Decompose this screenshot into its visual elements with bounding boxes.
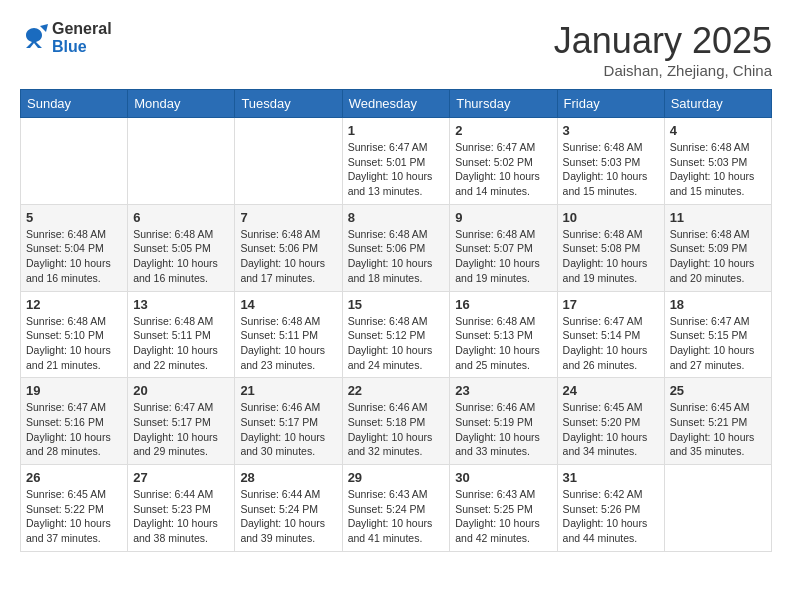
calendar-cell: 21Sunrise: 6:46 AM Sunset: 5:17 PM Dayli… xyxy=(235,378,342,465)
day-info: Sunrise: 6:47 AM Sunset: 5:16 PM Dayligh… xyxy=(26,400,122,459)
day-number: 25 xyxy=(670,383,766,398)
calendar-cell: 25Sunrise: 6:45 AM Sunset: 5:21 PM Dayli… xyxy=(664,378,771,465)
calendar-cell: 15Sunrise: 6:48 AM Sunset: 5:12 PM Dayli… xyxy=(342,291,450,378)
day-info: Sunrise: 6:48 AM Sunset: 5:09 PM Dayligh… xyxy=(670,227,766,286)
weekday-header-friday: Friday xyxy=(557,90,664,118)
title-block: January 2025 Daishan, Zhejiang, China xyxy=(554,20,772,79)
calendar-cell: 19Sunrise: 6:47 AM Sunset: 5:16 PM Dayli… xyxy=(21,378,128,465)
calendar-cell: 18Sunrise: 6:47 AM Sunset: 5:15 PM Dayli… xyxy=(664,291,771,378)
calendar-cell: 5Sunrise: 6:48 AM Sunset: 5:04 PM Daylig… xyxy=(21,204,128,291)
day-info: Sunrise: 6:48 AM Sunset: 5:10 PM Dayligh… xyxy=(26,314,122,373)
day-info: Sunrise: 6:48 AM Sunset: 5:06 PM Dayligh… xyxy=(240,227,336,286)
day-info: Sunrise: 6:46 AM Sunset: 5:18 PM Dayligh… xyxy=(348,400,445,459)
calendar-cell: 12Sunrise: 6:48 AM Sunset: 5:10 PM Dayli… xyxy=(21,291,128,378)
day-info: Sunrise: 6:48 AM Sunset: 5:06 PM Dayligh… xyxy=(348,227,445,286)
day-info: Sunrise: 6:42 AM Sunset: 5:26 PM Dayligh… xyxy=(563,487,659,546)
day-number: 26 xyxy=(26,470,122,485)
weekday-header-tuesday: Tuesday xyxy=(235,90,342,118)
day-number: 8 xyxy=(348,210,445,225)
day-number: 23 xyxy=(455,383,551,398)
calendar-week-5: 26Sunrise: 6:45 AM Sunset: 5:22 PM Dayli… xyxy=(21,465,772,552)
logo: GeneralBlue xyxy=(20,20,112,56)
day-number: 18 xyxy=(670,297,766,312)
day-number: 15 xyxy=(348,297,445,312)
day-number: 24 xyxy=(563,383,659,398)
calendar-table: SundayMondayTuesdayWednesdayThursdayFrid… xyxy=(20,89,772,552)
day-info: Sunrise: 6:48 AM Sunset: 5:07 PM Dayligh… xyxy=(455,227,551,286)
day-number: 20 xyxy=(133,383,229,398)
day-info: Sunrise: 6:48 AM Sunset: 5:03 PM Dayligh… xyxy=(563,140,659,199)
calendar-cell: 29Sunrise: 6:43 AM Sunset: 5:24 PM Dayli… xyxy=(342,465,450,552)
day-number: 10 xyxy=(563,210,659,225)
day-info: Sunrise: 6:48 AM Sunset: 5:04 PM Dayligh… xyxy=(26,227,122,286)
weekday-header-thursday: Thursday xyxy=(450,90,557,118)
calendar-cell: 31Sunrise: 6:42 AM Sunset: 5:26 PM Dayli… xyxy=(557,465,664,552)
day-info: Sunrise: 6:43 AM Sunset: 5:25 PM Dayligh… xyxy=(455,487,551,546)
weekday-header-sunday: Sunday xyxy=(21,90,128,118)
day-number: 9 xyxy=(455,210,551,225)
month-title: January 2025 xyxy=(554,20,772,62)
page-header: GeneralBlue January 2025 Daishan, Zhejia… xyxy=(20,20,772,79)
calendar-cell: 4Sunrise: 6:48 AM Sunset: 5:03 PM Daylig… xyxy=(664,118,771,205)
calendar-cell: 7Sunrise: 6:48 AM Sunset: 5:06 PM Daylig… xyxy=(235,204,342,291)
calendar-cell xyxy=(128,118,235,205)
day-info: Sunrise: 6:48 AM Sunset: 5:11 PM Dayligh… xyxy=(240,314,336,373)
calendar-cell: 14Sunrise: 6:48 AM Sunset: 5:11 PM Dayli… xyxy=(235,291,342,378)
day-number: 11 xyxy=(670,210,766,225)
day-number: 21 xyxy=(240,383,336,398)
calendar-cell xyxy=(664,465,771,552)
calendar-cell: 13Sunrise: 6:48 AM Sunset: 5:11 PM Dayli… xyxy=(128,291,235,378)
calendar-cell xyxy=(235,118,342,205)
calendar-cell: 6Sunrise: 6:48 AM Sunset: 5:05 PM Daylig… xyxy=(128,204,235,291)
calendar-cell: 1Sunrise: 6:47 AM Sunset: 5:01 PM Daylig… xyxy=(342,118,450,205)
calendar-cell: 23Sunrise: 6:46 AM Sunset: 5:19 PM Dayli… xyxy=(450,378,557,465)
day-number: 19 xyxy=(26,383,122,398)
calendar-cell: 22Sunrise: 6:46 AM Sunset: 5:18 PM Dayli… xyxy=(342,378,450,465)
day-info: Sunrise: 6:45 AM Sunset: 5:21 PM Dayligh… xyxy=(670,400,766,459)
weekday-header-saturday: Saturday xyxy=(664,90,771,118)
location: Daishan, Zhejiang, China xyxy=(554,62,772,79)
day-number: 7 xyxy=(240,210,336,225)
calendar-cell: 30Sunrise: 6:43 AM Sunset: 5:25 PM Dayli… xyxy=(450,465,557,552)
day-number: 3 xyxy=(563,123,659,138)
weekday-header-monday: Monday xyxy=(128,90,235,118)
calendar-cell xyxy=(21,118,128,205)
day-info: Sunrise: 6:47 AM Sunset: 5:17 PM Dayligh… xyxy=(133,400,229,459)
day-number: 17 xyxy=(563,297,659,312)
calendar-cell: 17Sunrise: 6:47 AM Sunset: 5:14 PM Dayli… xyxy=(557,291,664,378)
day-info: Sunrise: 6:48 AM Sunset: 5:12 PM Dayligh… xyxy=(348,314,445,373)
day-info: Sunrise: 6:47 AM Sunset: 5:15 PM Dayligh… xyxy=(670,314,766,373)
calendar-cell: 20Sunrise: 6:47 AM Sunset: 5:17 PM Dayli… xyxy=(128,378,235,465)
day-number: 6 xyxy=(133,210,229,225)
day-number: 16 xyxy=(455,297,551,312)
calendar-cell: 28Sunrise: 6:44 AM Sunset: 5:24 PM Dayli… xyxy=(235,465,342,552)
calendar-week-4: 19Sunrise: 6:47 AM Sunset: 5:16 PM Dayli… xyxy=(21,378,772,465)
calendar-week-3: 12Sunrise: 6:48 AM Sunset: 5:10 PM Dayli… xyxy=(21,291,772,378)
calendar-cell: 24Sunrise: 6:45 AM Sunset: 5:20 PM Dayli… xyxy=(557,378,664,465)
calendar-cell: 10Sunrise: 6:48 AM Sunset: 5:08 PM Dayli… xyxy=(557,204,664,291)
day-number: 29 xyxy=(348,470,445,485)
weekday-header-wednesday: Wednesday xyxy=(342,90,450,118)
day-number: 31 xyxy=(563,470,659,485)
calendar-cell: 3Sunrise: 6:48 AM Sunset: 5:03 PM Daylig… xyxy=(557,118,664,205)
calendar-cell: 9Sunrise: 6:48 AM Sunset: 5:07 PM Daylig… xyxy=(450,204,557,291)
day-info: Sunrise: 6:48 AM Sunset: 5:08 PM Dayligh… xyxy=(563,227,659,286)
day-info: Sunrise: 6:47 AM Sunset: 5:02 PM Dayligh… xyxy=(455,140,551,199)
day-info: Sunrise: 6:46 AM Sunset: 5:19 PM Dayligh… xyxy=(455,400,551,459)
day-number: 12 xyxy=(26,297,122,312)
logo-bird-icon xyxy=(20,24,48,52)
day-info: Sunrise: 6:44 AM Sunset: 5:24 PM Dayligh… xyxy=(240,487,336,546)
day-number: 2 xyxy=(455,123,551,138)
calendar-cell: 16Sunrise: 6:48 AM Sunset: 5:13 PM Dayli… xyxy=(450,291,557,378)
calendar-cell: 27Sunrise: 6:44 AM Sunset: 5:23 PM Dayli… xyxy=(128,465,235,552)
day-info: Sunrise: 6:46 AM Sunset: 5:17 PM Dayligh… xyxy=(240,400,336,459)
day-number: 13 xyxy=(133,297,229,312)
calendar-week-1: 1Sunrise: 6:47 AM Sunset: 5:01 PM Daylig… xyxy=(21,118,772,205)
calendar-week-2: 5Sunrise: 6:48 AM Sunset: 5:04 PM Daylig… xyxy=(21,204,772,291)
day-number: 1 xyxy=(348,123,445,138)
day-info: Sunrise: 6:47 AM Sunset: 5:14 PM Dayligh… xyxy=(563,314,659,373)
day-info: Sunrise: 6:48 AM Sunset: 5:11 PM Dayligh… xyxy=(133,314,229,373)
day-info: Sunrise: 6:45 AM Sunset: 5:22 PM Dayligh… xyxy=(26,487,122,546)
day-number: 28 xyxy=(240,470,336,485)
calendar-cell: 8Sunrise: 6:48 AM Sunset: 5:06 PM Daylig… xyxy=(342,204,450,291)
